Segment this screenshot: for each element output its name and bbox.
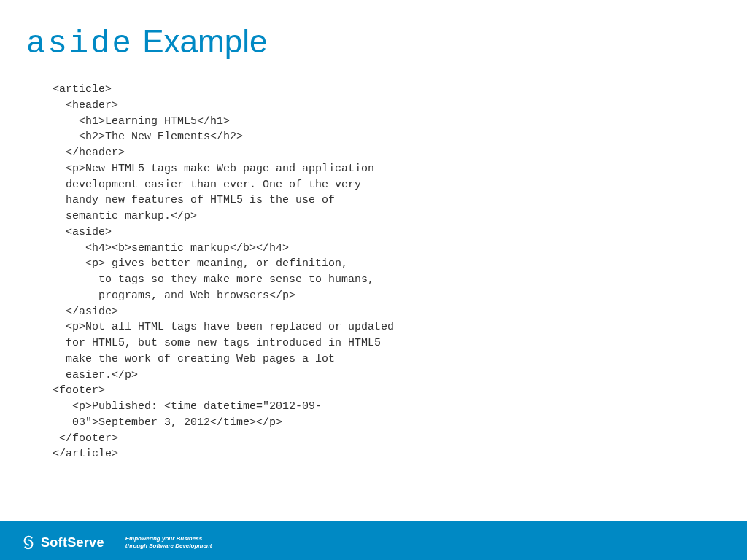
brand-name: SoftServe <box>41 535 104 551</box>
tagline-line-2: through Software Development <box>125 542 212 550</box>
footer-bar: SoftServe Empowering your Business throu… <box>0 525 747 560</box>
brand-tagline: Empowering your Business through Softwar… <box>125 535 212 550</box>
title-rest: Example <box>133 23 267 59</box>
slide: aside Example <article> <header> <h1>Lea… <box>0 0 747 560</box>
title-code-word: aside <box>26 26 133 62</box>
tagline-line-1: Empowering your Business <box>125 535 212 542</box>
slide-title: aside Example <box>26 23 267 62</box>
brand-logo: SoftServe <box>20 534 104 551</box>
footer-divider <box>115 532 115 553</box>
softserve-icon <box>20 534 36 551</box>
code-example: <article> <header> <h1>Learning HTML5</h… <box>53 82 394 462</box>
